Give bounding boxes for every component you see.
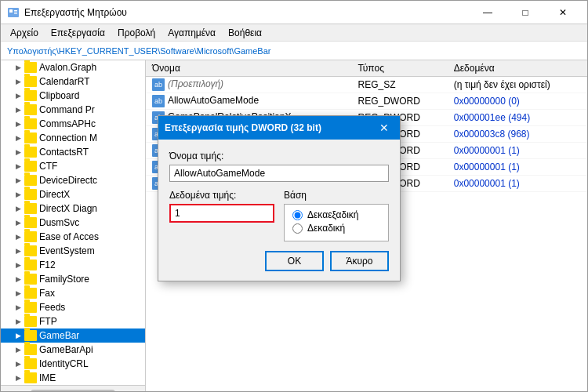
tree-scrollbar[interactable] xyxy=(1,385,145,391)
data-col: Δεδομένα τιμής: xyxy=(169,190,274,241)
folder-icon xyxy=(24,203,37,214)
tree-item[interactable]: ▶DusmSvc xyxy=(1,216,145,230)
tree-item[interactable]: ▶CTF xyxy=(1,159,145,173)
folder-icon xyxy=(24,90,37,101)
folder-icon xyxy=(24,274,37,285)
name-label: Όνομα τιμής: xyxy=(169,151,389,162)
tree-item-label: CalendarRT xyxy=(39,76,89,87)
menu-bar: Αρχείο Επεξεργασία Προβολή Αγαπημένα Βοή… xyxy=(1,24,587,42)
window-title: Επεξεργαστής Μητρώου xyxy=(24,7,127,18)
base-radio-group: Δεκαεξαδική Δεκαδική xyxy=(284,204,389,241)
hex-radio-option: Δεκαεξαδική xyxy=(292,209,380,220)
tree-item[interactable]: ▶Feeds xyxy=(1,300,145,314)
tree-item-label: Clipboard xyxy=(39,90,79,101)
dword-dialog: Επεξεργασία τιμής DWORD (32 bit) ✕ Όνομα… xyxy=(158,115,401,281)
reg-data-cell: 0x000001ee (494) xyxy=(448,110,587,126)
tree-item-label: GameBar xyxy=(39,330,79,341)
tree-item-label: IME xyxy=(39,372,56,383)
tree-item[interactable]: ▶EventSystem xyxy=(1,244,145,258)
col-type: Τύπος xyxy=(352,60,448,77)
folder-icon xyxy=(24,358,37,369)
col-data: Δεδομένα xyxy=(448,60,587,77)
folder-icon xyxy=(24,104,37,115)
col-name: Όνομα xyxy=(146,60,352,77)
tree-chevron-icon: ▶ xyxy=(12,315,24,328)
tree-item[interactable]: ▶Clipboard xyxy=(1,89,145,103)
data-label: Δεδομένα τιμής: xyxy=(169,190,274,201)
folder-icon xyxy=(24,231,37,242)
hex-radio[interactable] xyxy=(292,210,303,220)
tree-chevron-icon: ▶ xyxy=(12,118,24,130)
name-input[interactable] xyxy=(169,165,389,182)
maximize-button[interactable]: □ xyxy=(507,1,543,24)
tree-item-label: IdentityCRL xyxy=(39,358,89,369)
tree-item[interactable]: ▶IdentityCRL xyxy=(1,357,145,371)
tree-item[interactable]: ▶DeviceDirectc xyxy=(1,173,145,187)
tree-item[interactable]: ▶FTP xyxy=(1,314,145,328)
ok-button[interactable]: OK xyxy=(265,251,324,271)
cancel-button[interactable]: Άκυρο xyxy=(330,251,389,271)
tree-item-label: Command Pr xyxy=(39,104,95,115)
reg-type-cell: REG_DWORD xyxy=(352,93,448,110)
tree-item[interactable]: ▶FamilyStore xyxy=(1,272,145,286)
tree-item-label: ContactsRT xyxy=(39,147,89,158)
tree-item[interactable]: ▶Avalon.Graph xyxy=(1,60,145,74)
tree-item[interactable]: ▶F12 xyxy=(1,258,145,272)
tree-item[interactable]: ▶CommsAPHc xyxy=(1,117,145,131)
tree-item-label: CommsAPHc xyxy=(39,118,96,129)
tree-chevron-icon: ▶ xyxy=(12,358,24,370)
dialog-buttons: OK Άκυρο xyxy=(169,251,389,271)
dialog-data-row: Δεδομένα τιμής: Βάση Δεκαεξαδική xyxy=(169,190,389,241)
close-button[interactable]: ✕ xyxy=(545,1,581,24)
folder-icon xyxy=(24,62,37,73)
table-row[interactable]: abAllowAutoGameModeREG_DWORD0x00000000 (… xyxy=(146,93,587,110)
dialog-title: Επεξεργασία τιμής DWORD (32 bit) xyxy=(165,122,321,133)
reg-data-cell: 0x00000001 (1) xyxy=(448,143,587,159)
tree-item[interactable]: ▶CalendarRT xyxy=(1,74,145,89)
dec-radio-label: Δεκαδική xyxy=(307,223,345,234)
tree-item[interactable]: ▶Command Pr xyxy=(1,103,145,117)
folder-icon xyxy=(24,76,37,87)
reg-name-text: AllowAutoGameMode xyxy=(168,95,259,106)
tree-item-label: DirectX Diagn xyxy=(39,203,97,214)
hex-radio-label: Δεκαεξαδική xyxy=(307,209,359,220)
tree-item[interactable]: ▶ContactsRT xyxy=(1,145,145,159)
table-row[interactable]: ab(Προεπιλογή)REG_SZ(η τιμή δεν έχει ορι… xyxy=(146,77,587,93)
menu-view[interactable]: Προβολή xyxy=(111,26,162,40)
tree-item[interactable]: ▶GameBar xyxy=(1,328,145,343)
dec-radio[interactable] xyxy=(292,223,303,234)
tree-chevron-icon: ▶ xyxy=(12,273,24,285)
tree-chevron-icon: ▶ xyxy=(12,343,24,356)
tree-chevron-icon: ▶ xyxy=(12,132,24,144)
tree-item-label: FamilyStore xyxy=(39,274,89,285)
reg-type-cell: REG_SZ xyxy=(352,77,448,93)
reg-data-cell: (η τιμή δεν έχει οριστεί) xyxy=(448,77,587,93)
tree-item[interactable]: ▶IME xyxy=(1,371,145,385)
reg-data-cell: 0x00000001 (1) xyxy=(448,176,587,192)
tree-item-label: CTF xyxy=(39,161,57,172)
tree-item[interactable]: ▶Ease of Acces xyxy=(1,230,145,244)
menu-file[interactable]: Αρχείο xyxy=(4,26,45,40)
data-input[interactable] xyxy=(169,204,274,223)
tree-item-label: F12 xyxy=(39,260,56,270)
menu-help[interactable]: Βοήθεια xyxy=(222,26,268,40)
reg-data-cell: 0x00000000 (0) xyxy=(448,93,587,110)
folder-icon xyxy=(24,260,37,270)
tree-item[interactable]: ▶DirectX xyxy=(1,187,145,201)
menu-favorites[interactable]: Αγαπημένα xyxy=(162,26,222,40)
folder-icon xyxy=(24,118,37,129)
tree-item[interactable]: ▶Connection M xyxy=(1,131,145,145)
menu-edit[interactable]: Επεξεργασία xyxy=(45,26,111,40)
tree-panel: ▶Avalon.Graph▶CalendarRT▶Clipboard▶Comma… xyxy=(1,60,146,391)
tree-item[interactable]: ▶GameBarApi xyxy=(1,343,145,357)
tree-chevron-icon: ▶ xyxy=(12,245,24,257)
reg-name-cell: abAllowAutoGameMode xyxy=(146,93,352,110)
reg-value-icon: ab xyxy=(152,78,165,91)
tree-chevron-icon: ▶ xyxy=(12,372,24,384)
tree-item-label: Connection M xyxy=(39,132,97,143)
minimize-button[interactable]: — xyxy=(470,1,506,24)
dialog-close-button[interactable]: ✕ xyxy=(375,118,394,137)
dialog-title-bar: Επεξεργασία τιμής DWORD (32 bit) ✕ xyxy=(158,116,400,140)
tree-item[interactable]: ▶Fax xyxy=(1,286,145,300)
tree-item[interactable]: ▶DirectX Diagn xyxy=(1,201,145,216)
